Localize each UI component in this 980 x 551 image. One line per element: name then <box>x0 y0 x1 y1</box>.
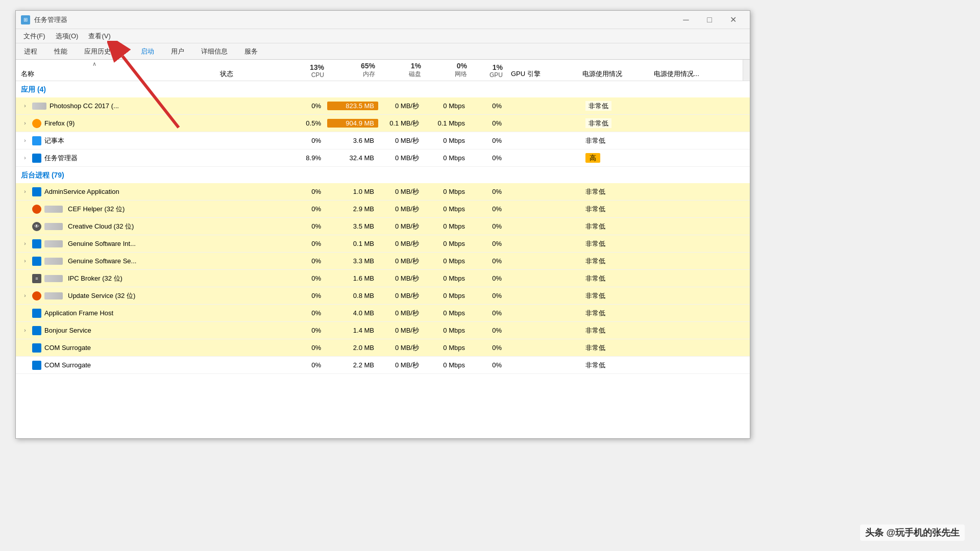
row-cpu: 0% <box>281 222 327 230</box>
table-row[interactable]: › 记事本 0% 3.6 MB 0 MB/秒 0 Mbps 0% 非常低 <box>16 132 750 149</box>
service-icon <box>32 257 41 266</box>
row-net: 0 Mbps <box>424 327 470 334</box>
row-power: 非常低 <box>582 187 654 196</box>
header-disk[interactable]: 1% 磁盘 <box>378 62 424 79</box>
row-cpu: 0% <box>281 240 327 247</box>
expand-icon[interactable]: › <box>21 188 29 196</box>
adobe-icon <box>32 205 41 214</box>
menu-file[interactable]: 文件(F) <box>18 30 51 43</box>
header-power2[interactable]: 电源使用情况... <box>654 69 715 79</box>
row-name-com1: COM Surrogate <box>21 343 220 353</box>
table-row[interactable]: › Genuine Software Int... 0% 0.1 MB 0 MB… <box>16 235 750 253</box>
table-row[interactable]: › Photoshop CC 2017 (... 0% 823.5 MB 0 M… <box>16 97 750 115</box>
row-mem: 823.5 MB <box>327 102 378 110</box>
maximize-button[interactable]: □ <box>698 11 721 29</box>
row-power: 非常低 <box>582 136 654 145</box>
row-power: 非常低 <box>582 239 654 248</box>
table-row[interactable]: › Firefox (9) 0.5% 904.9 MB 0.1 MB/秒 0.1… <box>16 115 750 132</box>
window-title: 任务管理器 <box>34 15 674 24</box>
table-row[interactable]: › 任务管理器 8.9% 32.4 MB 0 MB/秒 0 Mbps 0% 高 <box>16 149 750 167</box>
table-row[interactable]: › Genuine Software Se... 0% 3.3 MB 0 MB/… <box>16 253 750 270</box>
expand-icon[interactable]: › <box>21 292 29 300</box>
expand-icon[interactable]: › <box>21 240 29 248</box>
expand-icon[interactable]: › <box>21 257 29 265</box>
table-row[interactable]: › Update Service (32 位) 0% 0.8 MB 0 MB/秒… <box>16 287 750 305</box>
table-row[interactable]: 👁 Creative Cloud (32 位) 0% 3.5 MB 0 MB/秒… <box>16 218 750 235</box>
tab-app-history[interactable]: 应用历史记录 <box>76 43 133 59</box>
blurred-text <box>44 275 63 282</box>
header-gpu[interactable]: 1% GPU <box>470 63 506 79</box>
table-row[interactable]: › AdminService Application 0% 1.0 MB 0 M… <box>16 183 750 201</box>
tab-services[interactable]: 服务 <box>236 43 266 59</box>
blurred-text <box>44 240 63 247</box>
menu-bar: 文件(F) 选项(O) 查看(V) <box>16 29 750 43</box>
header-cpu[interactable]: 13% CPU <box>281 63 327 79</box>
expand-icon[interactable]: › <box>21 102 29 110</box>
row-power: 非常低 <box>582 102 654 111</box>
row-net: 0 Mbps <box>424 222 470 230</box>
row-mem: 3.3 MB <box>327 257 378 265</box>
row-power: 非常低 <box>582 205 654 214</box>
row-power: 非常低 <box>582 222 654 231</box>
scrollbar-track[interactable] <box>743 60 750 81</box>
content-area: ∧ 名称 状态 13% CPU 65% 内存 1% 磁盘 0% 网络 <box>16 60 750 438</box>
table-row[interactable]: Application Frame Host 0% 4.0 MB 0 MB/秒 … <box>16 305 750 322</box>
row-net: 0 Mbps <box>424 257 470 265</box>
row-disk: 0 MB/秒 <box>378 102 424 111</box>
row-gpu: 0% <box>470 361 506 369</box>
tab-details[interactable]: 详细信息 <box>193 43 236 59</box>
table-row[interactable]: COM Surrogate 0% 2.0 MB 0 MB/秒 0 Mbps 0%… <box>16 339 750 357</box>
header-net[interactable]: 0% 网络 <box>424 62 470 79</box>
row-name-bonjour: › Bonjour Service <box>21 326 220 335</box>
header-gpu-engine[interactable]: GPU 引擎 <box>506 69 582 79</box>
header-name[interactable]: 名称 <box>21 69 220 79</box>
row-cpu: 0% <box>281 309 327 317</box>
expand-icon[interactable]: › <box>21 154 29 162</box>
row-name-genuine1: › Genuine Software Int... <box>21 239 220 248</box>
row-mem: 3.5 MB <box>327 222 378 230</box>
row-gpu: 0% <box>470 240 506 247</box>
row-name-appframehost: Application Frame Host <box>21 309 220 318</box>
row-power: 非常低 <box>582 119 654 128</box>
row-cpu: 0% <box>281 205 327 213</box>
row-net: 0 Mbps <box>424 292 470 299</box>
row-net: 0 Mbps <box>424 137 470 144</box>
table-row[interactable]: ≡ IPC Broker (32 位) 0% 1.6 MB 0 MB/秒 0 M… <box>16 270 750 287</box>
row-net: 0 Mbps <box>424 205 470 213</box>
row-name-taskmgr: › 任务管理器 <box>21 154 220 163</box>
row-cpu: 0% <box>281 188 327 195</box>
row-disk: 0 MB/秒 <box>378 361 424 370</box>
header-power[interactable]: 电源使用情况 <box>582 69 654 79</box>
tab-processes[interactable]: 进程 <box>16 43 46 59</box>
table-row[interactable]: › Bonjour Service 0% 1.4 MB 0 MB/秒 0 Mbp… <box>16 322 750 339</box>
tabs-bar: 进程 性能 应用历史记录 启动 用户 详细信息 服务 <box>16 43 750 60</box>
menu-view[interactable]: 查看(V) <box>83 30 115 43</box>
close-button[interactable]: ✕ <box>721 11 745 29</box>
table-body: 应用 (4) › Photoshop CC 2017 (... 0% 823.5… <box>16 81 750 438</box>
tab-users[interactable]: 用户 <box>163 43 193 59</box>
row-net: 0 Mbps <box>424 154 470 162</box>
table-row[interactable]: COM Surrogate 0% 2.2 MB 0 MB/秒 0 Mbps 0%… <box>16 357 750 374</box>
photoshop-icon <box>32 103 46 110</box>
row-cpu: 0% <box>281 102 327 110</box>
row-mem: 3.6 MB <box>327 137 378 144</box>
menu-options[interactable]: 选项(O) <box>51 30 84 43</box>
row-name-com2: COM Surrogate <box>21 361 220 370</box>
row-disk: 0.1 MB/秒 <box>378 119 424 128</box>
row-cpu: 0% <box>281 344 327 352</box>
minimize-button[interactable]: ─ <box>674 11 698 29</box>
expand-icon[interactable]: › <box>21 119 29 128</box>
expand-icon[interactable]: › <box>21 327 29 335</box>
row-disk: 0 MB/秒 <box>378 222 424 231</box>
row-gpu: 0% <box>470 309 506 317</box>
expand-icon[interactable]: › <box>21 137 29 145</box>
update-icon <box>32 291 41 300</box>
row-gpu: 0% <box>470 154 506 162</box>
table-row[interactable]: CEF Helper (32 位) 0% 2.9 MB 0 MB/秒 0 Mbp… <box>16 201 750 218</box>
bonjour-icon <box>32 326 41 335</box>
header-mem[interactable]: 65% 内存 <box>327 62 378 79</box>
tab-startup[interactable]: 启动 <box>133 43 163 59</box>
row-net: 0 Mbps <box>424 344 470 352</box>
tab-performance[interactable]: 性能 <box>46 43 76 59</box>
row-gpu: 0% <box>470 327 506 334</box>
